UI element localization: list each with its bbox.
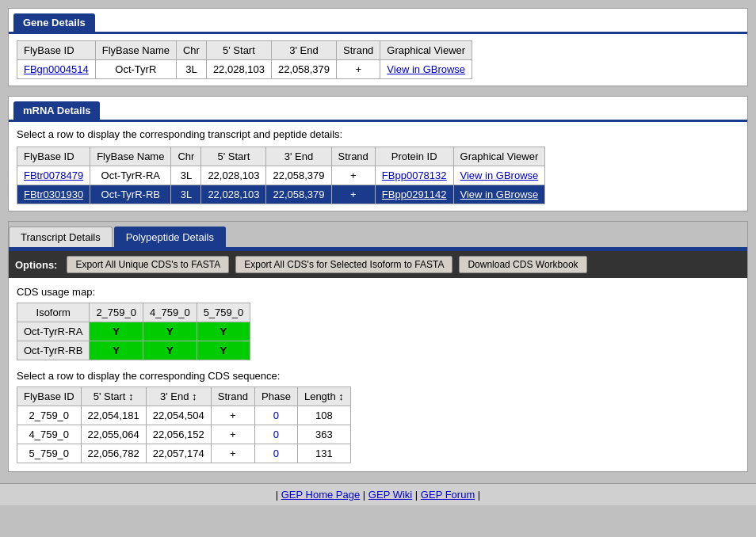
cds-isoform-name: Oct-TyrR-RB — [17, 341, 90, 360]
mrna-cell-3: 22,028,103 — [201, 185, 266, 204]
cds-seq-cell-0: 5_759_0 — [17, 444, 82, 463]
mrna-cell-7: View in GBrowse — [453, 166, 545, 185]
gene-details-section: Gene Details FlyBase ID FlyBase Name Chr… — [8, 8, 748, 86]
tab-polypeptide[interactable]: Polypeptide Details — [114, 227, 226, 247]
gene-details-content: FlyBase ID FlyBase Name Chr 5' Start 3' … — [9, 34, 747, 86]
footer-link-forum[interactable]: GEP Forum — [421, 489, 475, 501]
cds-seq-cell-2: 22,057,174 — [146, 444, 211, 463]
mrna-protein-link[interactable]: FBpp0078132 — [382, 169, 447, 181]
cds-seq-cell-2: 22,054,504 — [146, 406, 211, 425]
cds-seq-row[interactable]: 4_759_022,055,06422,056,152+0363 — [17, 425, 351, 444]
gene-col-strand: Strand — [337, 41, 380, 60]
tab-transcript[interactable]: Transcript Details — [9, 227, 113, 247]
gene-row: FBgn0004514 Oct-TyrR 3L 22,028,103 22,05… — [17, 60, 472, 79]
mrna-cell-0: FBtr0078479 — [17, 166, 90, 185]
mrna-select-text: Select a row to display the correspondin… — [17, 128, 739, 140]
mrna-cell-2: 3L — [171, 166, 201, 185]
footer-link-home[interactable]: GEP Home Page — [281, 489, 360, 501]
mrna-cell-6: FBpp0078132 — [375, 166, 453, 185]
gene-col-chr: Chr — [176, 41, 206, 60]
mrna-cell-1: Oct-TyrR-RA — [90, 166, 171, 185]
gene-flybase-name-cell: Oct-TyrR — [95, 60, 176, 79]
cds-seq-cell-5: 131 — [297, 444, 350, 463]
mrna-viewer-link[interactable]: View in GBrowse — [460, 169, 539, 181]
gene-start-cell: 22,028,103 — [206, 60, 271, 79]
cds-seq-row[interactable]: 2_759_022,054,18122,054,504+0108 — [17, 406, 351, 425]
footer-sep-3: | — [412, 489, 421, 501]
cds-y-cell-1: Y — [143, 322, 197, 341]
cds-usage-row[interactable]: Oct-TyrR-RBYYY — [17, 341, 250, 360]
gene-col-end: 3' End — [271, 41, 336, 60]
seq-col-end: 3' End ↕ — [146, 387, 211, 406]
mrna-table: FlyBase ID FlyBase Name Chr 5' Start 3' … — [17, 147, 545, 204]
cds-seq-cell-1: 22,054,181 — [81, 406, 146, 425]
gene-col-viewer: Graphical Viewer — [380, 41, 472, 60]
cds-y-cell-2: Y — [197, 341, 250, 360]
gene-viewer-link[interactable]: View in GBrowse — [387, 63, 465, 75]
seq-col-id: FlyBase ID — [17, 387, 82, 406]
gene-flybase-id-cell: FBgn0004514 — [17, 60, 96, 79]
mrna-cell-4: 22,058,379 — [266, 166, 331, 185]
options-label: Options: — [15, 259, 57, 271]
cds-seq-cell-4: 0 — [255, 425, 298, 444]
mrna-col-chr: Chr — [171, 147, 201, 166]
cds-isoform-name: Oct-TyrR-RA — [17, 322, 90, 341]
details-tabs-section: Transcript Details Polypeptide Details O… — [8, 221, 748, 472]
footer-link-wiki[interactable]: GEP Wiki — [368, 489, 412, 501]
cds-seq-cell-1: 22,056,782 — [81, 444, 146, 463]
cds-seq-cell-4: 0 — [255, 406, 298, 425]
mrna-col-end: 3' End — [266, 147, 331, 166]
cds-seq-cell-5: 108 — [297, 406, 350, 425]
cds-seq-cell-4: 0 — [255, 444, 298, 463]
cds-y-cell-0: Y — [90, 341, 143, 360]
mrna-protein-link[interactable]: FBpp0291142 — [382, 189, 447, 200]
cds-col-2759: 2_759_0 — [90, 303, 143, 322]
gene-strand-cell: + — [337, 60, 380, 79]
cds-y-cell-1: Y — [143, 341, 197, 360]
mrna-col-strand: Strand — [331, 147, 375, 166]
mrna-flybase-id-link[interactable]: FBtr0301930 — [24, 189, 83, 200]
cds-seq-cell-0: 2_759_0 — [17, 406, 82, 425]
mrna-details-title: mRNA Details — [13, 101, 100, 120]
footer-sep-4: | — [475, 489, 480, 501]
cds-seq-row[interactable]: 5_759_022,056,78222,057,174+0131 — [17, 444, 351, 463]
mrna-cell-4: 22,058,379 — [266, 185, 331, 204]
mrna-cell-5: + — [331, 185, 375, 204]
cds-col-5759: 5_759_0 — [197, 303, 250, 322]
cds-col-4759: 4_759_0 — [143, 303, 197, 322]
seq-col-phase: Phase — [255, 387, 298, 406]
mrna-flybase-id-link[interactable]: FBtr0078479 — [24, 169, 83, 181]
mrna-col-viewer: Graphical Viewer — [453, 147, 545, 166]
cds-seq-cell-3: + — [211, 406, 254, 425]
mrna-cell-5: + — [331, 166, 375, 185]
options-bar: Options: Export All Unique CDS's to FAST… — [9, 251, 747, 278]
seq-col-start: 5' Start ↕ — [81, 387, 146, 406]
seq-col-length: Length ↕ — [297, 387, 350, 406]
footer-sep-2: | — [360, 489, 368, 501]
gene-col-flybase-id: FlyBase ID — [17, 41, 96, 60]
export-selected-cds-button[interactable]: Export All CDS's for Selected Isoform to… — [235, 256, 452, 273]
cds-usage-row[interactable]: Oct-TyrR-RAYYY — [17, 322, 250, 341]
mrna-cell-3: 22,028,103 — [201, 166, 266, 185]
gene-flybase-id-link[interactable]: FBgn0004514 — [24, 63, 89, 75]
footer-sep-1: | — [276, 489, 281, 501]
cds-seq-cell-0: 4_759_0 — [17, 425, 82, 444]
gene-col-flybase-name: FlyBase Name — [95, 41, 176, 60]
download-workbook-button[interactable]: Download CDS Workbook — [459, 256, 586, 273]
mrna-cell-0: FBtr0301930 — [17, 185, 90, 204]
mrna-row[interactable]: FBtr0078479Oct-TyrR-RA3L22,028,10322,058… — [17, 166, 545, 185]
export-unique-cds-button[interactable]: Export All Unique CDS's to FASTA — [67, 256, 229, 273]
mrna-cell-7: View in GBrowse — [453, 185, 545, 204]
cds-seq-table: FlyBase ID 5' Start ↕ 3' End ↕ Strand Ph… — [17, 387, 351, 463]
footer: | GEP Home Page | GEP Wiki | GEP Forum | — [0, 483, 756, 505]
cds-seq-cell-3: + — [211, 444, 254, 463]
cds-usage-table: Isoform 2_759_0 4_759_0 5_759_0 Oct-TyrR… — [17, 303, 250, 360]
mrna-cell-1: Oct-TyrR-RB — [90, 185, 171, 204]
mrna-cell-2: 3L — [171, 185, 201, 204]
gene-viewer-cell: View in GBrowse — [380, 60, 472, 79]
gene-col-start: 5' Start — [206, 41, 271, 60]
mrna-row[interactable]: FBtr0301930Oct-TyrR-RB3L22,028,10322,058… — [17, 185, 545, 204]
mrna-viewer-link[interactable]: View in GBrowse — [460, 189, 539, 200]
cds-y-cell-0: Y — [90, 322, 143, 341]
gene-chr-cell: 3L — [176, 60, 206, 79]
